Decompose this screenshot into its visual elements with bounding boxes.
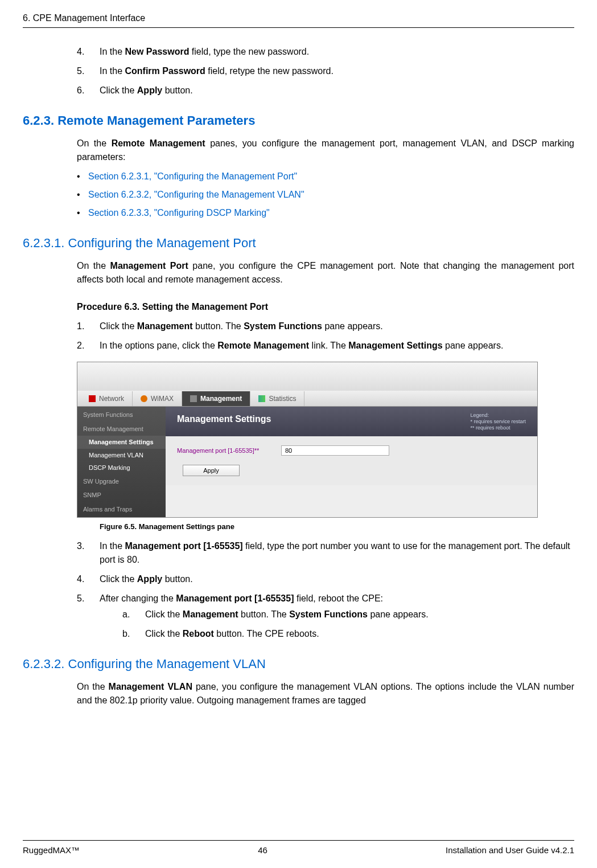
ui-main-content: Management port [1-65535]** Apply: [166, 436, 537, 485]
step-text: button.: [162, 574, 192, 584]
step-text: Click the: [145, 629, 183, 638]
footer-right: Installation and User Guide v4.2.1: [446, 844, 574, 857]
step-text: Click the: [100, 574, 137, 584]
step-text: pane appears.: [443, 341, 504, 350]
tab-label: Management: [200, 394, 242, 404]
section-6-2-3-heading: 6.2.3. Remote Management Parameters: [23, 111, 574, 130]
step-5: 5. In the Confirm Password field, retype…: [77, 64, 574, 78]
ui-body: System Functions Remote Management Manag…: [77, 407, 537, 517]
page-footer: RuggedMAX™ 46 Installation and User Guid…: [23, 840, 574, 857]
figure-6-5-caption: Figure 6.5. Management Settings pane: [100, 521, 574, 533]
figure-6-5: Network WiMAX Management Statistics Syst…: [77, 362, 574, 533]
step-text: After changing the: [100, 593, 176, 603]
proc-step-3: 3. In the Management port [1-65535] fiel…: [77, 539, 574, 567]
step-text: pane appears.: [368, 609, 429, 619]
procedure-6-3-title: Procedure 6.3. Setting the Management Po…: [77, 300, 574, 314]
step-bold: System Functions: [289, 609, 368, 619]
tab-label: WiMAX: [151, 394, 174, 404]
page-header: 6. CPE Management Interface: [23, 11, 574, 25]
step-number: 4.: [77, 45, 84, 59]
substep-letter: b.: [122, 627, 130, 641]
step-text: button. The: [238, 609, 290, 619]
intro-text: On the: [77, 682, 109, 691]
step-bold: Remote Management: [217, 341, 309, 350]
sidebar-item-management-settings[interactable]: Management Settings: [77, 436, 166, 449]
sidebar-item-alarms-and-traps[interactable]: Alarms and Traps: [77, 502, 166, 517]
management-port-input[interactable]: [281, 445, 389, 456]
section-6231-intro: On the Management Port pane, you configu…: [77, 259, 574, 286]
step-text: Click the: [145, 609, 183, 619]
apply-button[interactable]: Apply: [183, 465, 240, 476]
link-6231[interactable]: Section 6.2.3.1, "Configuring the Manage…: [88, 171, 297, 181]
field-row-management-port: Management port [1-65535]**: [177, 445, 526, 456]
sidebar-item-dscp-marking[interactable]: DSCP Marking: [77, 461, 166, 474]
pane-title: Management Settings: [177, 412, 271, 426]
sidebar-item-remote-management[interactable]: Remote Management: [77, 422, 166, 436]
substep-a: a. Click the Management button. The Syst…: [122, 608, 574, 621]
step-text: button.: [162, 85, 192, 95]
substep-b: b. Click the Reboot button. The CPE rebo…: [122, 627, 574, 641]
step-number: 3.: [77, 539, 84, 553]
step-number: 2.: [77, 339, 84, 353]
proc-step-4: 4. Click the Apply button.: [77, 572, 574, 586]
link-6232[interactable]: Section 6.2.3.2, "Configuring the Manage…: [88, 190, 304, 199]
step-text: In the options pane, click the: [100, 341, 217, 350]
intro-text: On the: [77, 261, 110, 271]
step-bold: Reboot: [183, 629, 214, 638]
legend-line-2: ** requires reboot: [470, 425, 526, 431]
substeps: a. Click the Management button. The Syst…: [122, 608, 574, 641]
step-number: 1.: [77, 320, 84, 333]
step-number: 5.: [77, 64, 84, 78]
intro-bold: Management VLAN: [109, 682, 192, 691]
sidebar-item-snmp[interactable]: SNMP: [77, 488, 166, 502]
step-bold: Management: [137, 321, 193, 331]
legend-line-1: * requires service restart: [470, 419, 526, 425]
intro-text: On the: [77, 138, 112, 148]
step-bold: New Password: [125, 47, 189, 56]
sidebar-item-system-functions[interactable]: System Functions: [77, 408, 166, 422]
tab-statistics[interactable]: Statistics: [250, 391, 304, 406]
step-text: field, retype the new password.: [205, 66, 334, 76]
proc-step-1: 1. Click the Management button. The Syst…: [77, 320, 574, 333]
sidebar-item-management-vlan[interactable]: Management VLAN: [77, 449, 166, 462]
tab-label: Network: [99, 394, 124, 404]
link-6233[interactable]: Section 6.2.3.3, "Configuring DSCP Marki…: [88, 208, 270, 218]
step-text: In the: [100, 47, 125, 56]
ui-sidebar: System Functions Remote Management Manag…: [77, 407, 166, 517]
step-bold: Management port [1-65535]: [125, 541, 242, 551]
continuation-steps: 4. In the New Password field, type the n…: [77, 45, 574, 97]
tab-management[interactable]: Management: [182, 391, 250, 406]
ui-main: Management Settings Legend: * requires s…: [166, 407, 537, 517]
footer-rule: [23, 840, 574, 841]
section-6-2-3-links: Section 6.2.3.1, "Configuring the Manage…: [77, 170, 574, 220]
step-number: 6.: [77, 84, 84, 97]
substep-letter: a.: [122, 608, 130, 621]
step-bold: Apply: [137, 85, 162, 95]
step-bold: System Functions: [244, 321, 322, 331]
step-number: 5.: [77, 592, 84, 605]
step-text: In the: [100, 66, 125, 76]
sidebar-item-sw-upgrade[interactable]: SW Upgrade: [77, 474, 166, 489]
tab-wimax[interactable]: WiMAX: [133, 391, 182, 406]
tab-network[interactable]: Network: [81, 391, 133, 406]
step-text: pane appears.: [322, 321, 383, 331]
procedure-6-3-steps-cont: 3. In the Management port [1-65535] fiel…: [77, 539, 574, 641]
footer-center: 46: [258, 844, 267, 857]
intro-bold: Management Port: [110, 261, 188, 271]
step-bold: Management Settings: [348, 341, 442, 350]
management-settings-screenshot: Network WiMAX Management Statistics Syst…: [77, 362, 538, 518]
tab-label: Statistics: [269, 394, 296, 404]
step-number: 4.: [77, 572, 84, 586]
step-text: field, reboot the CPE:: [294, 593, 383, 603]
step-text: Click the: [100, 321, 137, 331]
proc-step-2: 2. In the options pane, click the Remote…: [77, 339, 574, 353]
ui-top-bar: [77, 362, 537, 391]
section-6232-intro: On the Management VLAN pane, you configu…: [77, 680, 574, 707]
step-text: button. The: [193, 321, 244, 331]
step-6: 6. Click the Apply button.: [77, 84, 574, 97]
step-4: 4. In the New Password field, type the n…: [77, 45, 574, 59]
management-port-label: Management port [1-65535]**: [177, 446, 271, 456]
step-text: field, type the new password.: [189, 47, 309, 56]
step-bold: Management port [1-65535]: [176, 593, 294, 603]
section-6-2-3-intro: On the Remote Management panes, you conf…: [77, 137, 574, 164]
